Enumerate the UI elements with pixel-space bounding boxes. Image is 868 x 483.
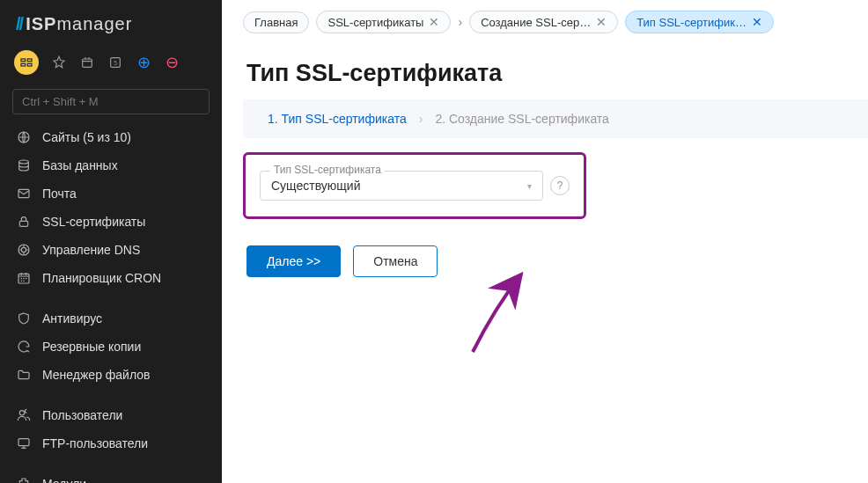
search-input[interactable]: Ctrl + Shift + M [12,89,210,114]
form-actions: Далее >> Отмена [222,233,868,289]
updates-icon[interactable] [79,55,95,70]
next-button[interactable]: Далее >> [246,245,341,277]
sidebar-item-label: Почта [42,187,77,201]
svg-point-12 [21,247,26,252]
backup-icon [16,339,32,355]
field-label: Тип SSL-сертификата [270,164,385,176]
minus-icon[interactable]: ⊖ [164,55,180,70]
crumb-label: Создание SSL-сер… [481,16,591,29]
svg-rect-1 [21,63,26,66]
sidebar-item-label: Управление DNS [42,243,140,257]
logo-text: ISPmanager [26,14,132,34]
mail-icon [16,186,32,201]
breadcrumb: Главная SSL-сертификаты ✕ › Создание SSL… [222,0,868,44]
page-title: Тип SSL-сертификата [222,44,868,99]
chevron-right-icon: › [458,15,462,29]
main-content: Главная SSL-сертификаты ✕ › Создание SSL… [222,0,868,483]
app-logo: // ISPmanager [0,0,222,41]
shield-icon [16,311,32,326]
sidebar-item-label: FTP-пользователи [42,436,148,450]
sidebar-item-ftp[interactable]: FTP-пользователи [0,429,222,457]
sidebar-item-label: Резервные копии [42,340,141,354]
crumb-label: Главная [254,16,298,29]
sidebar-item-label: Сайты (5 из 10) [42,130,131,144]
crumb-ssl-create[interactable]: Создание SSL-сер… ✕ [469,11,618,33]
sidebar-item-label: Планировщик CRON [42,271,161,285]
close-icon[interactable]: ✕ [429,15,439,29]
sidebar-item-label: Модули [42,477,86,483]
calendar-icon [16,270,32,286]
step-2: 2. Создание SSL-сертификата [435,112,609,126]
dns-icon [16,242,32,258]
sidebar-item-label: Антивирус [42,311,102,326]
sidebar: // ISPmanager 5 ⊕ ⊖ Ctrl + Shift + M Сай… [0,0,222,483]
sidebar-item-label: Пользователи [42,408,122,422]
sidebar-item-sites[interactable]: Сайты (5 из 10) [0,123,222,151]
count-icon[interactable]: 5 [107,55,123,70]
svg-rect-15 [18,439,29,446]
close-icon[interactable]: ✕ [752,15,762,29]
chevron-right-icon: › [419,112,423,126]
crumb-label: Тип SSL-сертифик… [636,16,747,29]
crumb-ssl-list[interactable]: SSL-сертификаты ✕ [316,11,451,33]
globe-icon [16,129,32,145]
users-icon [16,407,32,423]
sidebar-item-label: Менеджер файлов [42,368,151,382]
step-1[interactable]: 1. Тип SSL-сертификата [268,112,407,126]
svg-rect-2 [27,59,32,62]
svg-point-8 [19,160,29,164]
sidebar-item-dns[interactable]: Управление DNS [0,236,222,264]
svg-point-14 [19,411,24,415]
crumb-ssl-type[interactable]: Тип SSL-сертифик… ✕ [625,11,774,33]
help-button[interactable]: ? [550,176,570,195]
sidebar-item-label: SSL-сертификаты [42,215,145,229]
star-icon[interactable] [51,55,67,70]
sidebar-item-mail[interactable]: Почта [0,179,222,208]
lock-icon [16,214,32,230]
crumb-home[interactable]: Главная [243,11,309,33]
logo-slashes-icon: // [16,14,22,34]
svg-rect-4 [83,59,92,67]
db-icon [16,157,32,173]
sidebar-item-label: Базы данных [42,158,118,172]
chevron-down-icon: ▾ [527,181,532,191]
svg-text:5: 5 [114,60,117,66]
ssl-type-field: Тип SSL-сертификата Существующий ▾ ? [260,171,570,201]
sidebar-toolbar: 5 ⊕ ⊖ [0,41,222,84]
svg-rect-10 [19,221,27,226]
crumb-label: SSL-сертификаты [327,16,423,29]
sidebar-item-cron[interactable]: Планировщик CRON [0,264,222,292]
form-highlight-box: Тип SSL-сертификата Существующий ▾ ? [243,152,586,219]
sidebar-item-databases[interactable]: Базы данных [0,151,222,179]
select-value: Существующий [271,179,360,193]
svg-rect-0 [21,59,26,62]
sidebar-item-ssl[interactable]: SSL-сертификаты [0,208,222,236]
sidebar-item-modules[interactable]: Модули [0,470,222,483]
wizard-steps: 1. Тип SSL-сертификата › 2. Создание SSL… [243,99,868,138]
ftp-icon [16,435,32,451]
sidebar-item-antivirus[interactable]: Антивирус [0,304,222,333]
close-icon[interactable]: ✕ [596,15,607,29]
cancel-button[interactable]: Отмена [353,245,438,277]
sidebar-item-users[interactable]: Пользователи [0,401,222,429]
sidebar-item-backup[interactable]: Резервные копии [0,333,222,361]
nova-icon[interactable] [14,50,39,75]
folder-icon [16,367,32,383]
svg-rect-3 [27,63,32,66]
plus-icon[interactable]: ⊕ [136,55,151,70]
module-icon [16,476,32,483]
sidebar-nav: Сайты (5 из 10) Базы данных Почта SSL-се… [0,123,222,483]
sidebar-item-files[interactable]: Менеджер файлов [0,361,222,389]
